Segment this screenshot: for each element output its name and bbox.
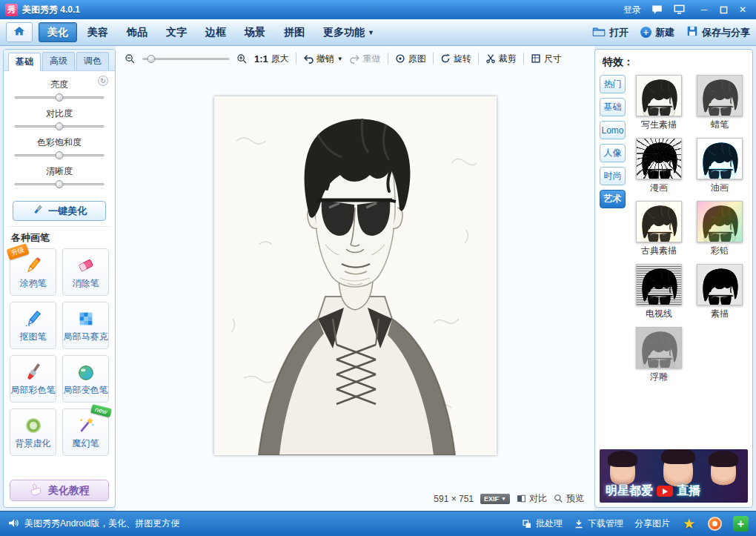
add-app-icon[interactable]: + — [733, 516, 749, 532]
effects-title: 特效： — [603, 56, 748, 69]
home-button[interactable] — [6, 22, 33, 42]
beautify-tutorial-button[interactable]: 美化教程 — [10, 480, 109, 501]
camera-app-icon[interactable] — [708, 517, 722, 531]
cutout-pen-button[interactable]: 抠图笔 — [10, 302, 56, 349]
zoom-ratio: 1:1 — [254, 53, 268, 64]
batch-process-button[interactable]: 批处理 — [522, 517, 563, 530]
resize-button[interactable]: 尺寸 — [531, 53, 562, 65]
exif-badge[interactable]: EXIF▼ — [480, 494, 510, 504]
crop-button[interactable]: 裁剪 — [485, 53, 517, 65]
play-icon — [657, 486, 673, 497]
tab-tone[interactable]: 调色 — [76, 52, 109, 70]
effect-tv-lines[interactable]: 电视线 — [636, 264, 682, 320]
tab-scenes[interactable]: 场景 — [236, 22, 273, 42]
preview-button[interactable]: 预览 — [554, 492, 584, 505]
new-button[interactable]: + 新建 — [640, 26, 674, 39]
minimize-button[interactable]: ─ — [696, 3, 712, 16]
effect-relief[interactable]: 浮雕 — [636, 327, 682, 383]
rotate-button[interactable]: 旋转 — [440, 53, 471, 65]
slider-thumb[interactable] — [56, 151, 64, 159]
maximize-button[interactable] — [715, 3, 732, 16]
brush-grid: 升级 涂鸦笔 消除笔 抠图笔 局部马赛克 — [4, 248, 115, 456]
compare-icon — [517, 494, 526, 503]
contrast-label: 对比度 — [14, 107, 105, 120]
home-icon — [13, 24, 26, 40]
clarity-slider-block: 清晰度 — [14, 165, 105, 189]
doodle-pen-button[interactable]: 升级 涂鸦笔 — [10, 248, 56, 296]
tab-beautify[interactable]: 美化 — [39, 22, 77, 42]
skin-icon[interactable] — [672, 4, 686, 16]
category-portrait[interactable]: 人像 — [600, 144, 626, 162]
tab-more-features[interactable]: 更多功能▼ — [315, 22, 382, 42]
close-button[interactable]: ✕ — [735, 3, 751, 16]
eraser-pen-button[interactable]: 消除笔 — [62, 248, 109, 296]
divider — [433, 53, 434, 64]
mosaic-button[interactable]: 局部马赛克 — [62, 302, 109, 349]
category-fashion[interactable]: 时尚 — [600, 167, 626, 185]
message-icon[interactable] — [650, 4, 663, 16]
download-manager-button[interactable]: 下载管理 — [574, 517, 623, 530]
color-change-pen-button[interactable]: 局部变色笔 — [62, 355, 109, 403]
contrast-slider[interactable] — [14, 122, 105, 131]
zoom-in-button[interactable] — [236, 53, 248, 64]
undo-button[interactable]: 撤销 ▼ — [303, 53, 343, 65]
save-icon — [686, 25, 698, 39]
slider-thumb[interactable] — [56, 180, 64, 188]
compare-button[interactable]: 对比 — [517, 492, 547, 505]
image-dimensions: 591 × 751 — [434, 494, 474, 504]
saturation-slider[interactable] — [14, 150, 105, 160]
save-share-button[interactable]: 保存与分享 — [686, 25, 750, 39]
tab-frames[interactable]: 边框 — [197, 22, 234, 42]
category-basic[interactable]: 基础 — [600, 98, 626, 116]
brightness-slider[interactable] — [14, 93, 105, 102]
category-lomo[interactable]: Lomo — [600, 121, 626, 139]
zoom-slider-thumb[interactable] — [147, 55, 155, 63]
slider-thumb[interactable] — [56, 122, 64, 130]
speaker-icon — [7, 517, 20, 531]
divider — [296, 53, 296, 64]
ad-banner[interactable]: 明星都爱 直播 — [600, 449, 748, 503]
one-click-beautify-button[interactable]: 一键美化 — [13, 201, 106, 221]
tab-accessories[interactable]: 饰品 — [119, 22, 156, 42]
actual-size-button[interactable]: 1:1 原大 — [254, 53, 289, 65]
share-picture-button[interactable]: 分享图片 — [634, 517, 670, 530]
open-button[interactable]: 打开 — [592, 26, 629, 39]
original-image-button[interactable]: 原图 — [395, 53, 426, 65]
edit-panel: 基础 高级 调色 ↻ 亮度 对比度 色彩饱和度 清晰 — [3, 49, 116, 508]
category-hot[interactable]: 热门 — [600, 75, 626, 93]
sketch-portrait-image — [214, 96, 497, 455]
category-art[interactable]: 艺术 — [600, 190, 626, 208]
local-color-pen-button[interactable]: 局部彩色笔 — [10, 355, 56, 403]
effect-pencil-sketch[interactable]: 素描 — [697, 264, 743, 320]
effect-classical-sketch[interactable]: 古典素描 — [636, 201, 682, 257]
tab-basic[interactable]: 基础 — [8, 53, 41, 71]
canvas-statusbar: 591 × 751 EXIF▼ 对比 预览 — [434, 492, 584, 505]
magic-brush-icon — [32, 204, 44, 218]
login-link[interactable]: 登录 — [623, 4, 641, 16]
tab-collage[interactable]: 拼图 — [276, 22, 313, 42]
effect-manga[interactable]: 漫画 — [636, 138, 682, 194]
redo-button[interactable]: 重做 — [350, 53, 381, 65]
brightness-label: 亮度 — [14, 79, 105, 91]
effect-sketch[interactable]: 写生素描 — [636, 75, 682, 131]
magic-pen-button[interactable]: new 魔幻笔 — [62, 408, 109, 456]
effect-oil-painting[interactable]: 油画 — [697, 138, 743, 194]
background-blur-button[interactable]: 背景虚化 — [10, 408, 56, 456]
meitu-viewer-icon[interactable]: ★ — [681, 516, 697, 532]
zoom-slider[interactable] — [142, 54, 230, 64]
tab-text[interactable]: 文字 — [158, 22, 195, 42]
promo-message[interactable]: 美图秀秀Android版，美化、拼图更方便 — [24, 517, 179, 530]
zoom-out-button[interactable] — [125, 53, 136, 64]
tab-cosmetics[interactable]: 美容 — [79, 22, 116, 42]
reset-icon[interactable]: ↻ — [98, 76, 108, 86]
effect-color-pencil[interactable]: 彩铅 — [697, 201, 743, 257]
effect-crayon[interactable]: 蜡笔 — [697, 75, 743, 131]
effects-panel: 特效： 热门 基础 Lomo 人像 时尚 艺术 写生素描 — [594, 49, 753, 508]
photo-canvas[interactable] — [214, 96, 497, 455]
chevron-down-icon: ▼ — [501, 496, 506, 501]
adjustment-sliders: ↻ 亮度 对比度 色彩饱和度 清晰度 — [4, 71, 115, 197]
hand-pointer-icon — [29, 483, 42, 498]
tab-advanced[interactable]: 高级 — [42, 52, 75, 70]
slider-thumb[interactable] — [56, 93, 64, 102]
clarity-slider[interactable] — [14, 179, 105, 189]
